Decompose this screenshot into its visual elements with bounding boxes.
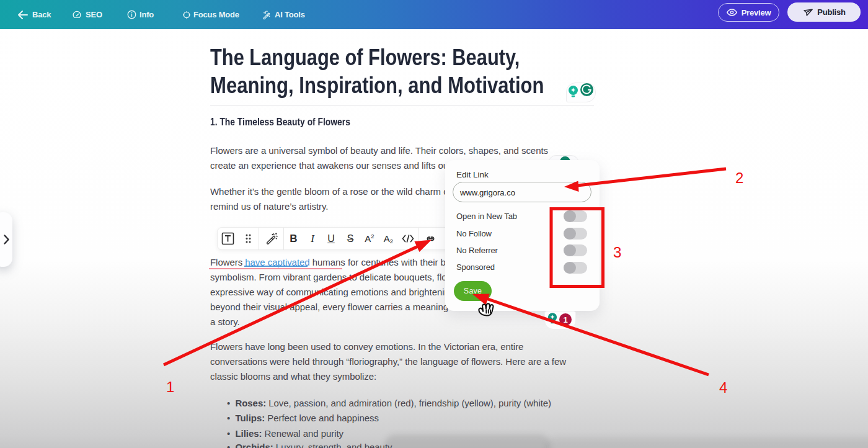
svg-text:3: 3 xyxy=(613,244,621,261)
svg-text:1: 1 xyxy=(166,379,174,395)
svg-text:4: 4 xyxy=(719,379,727,396)
svg-text:2: 2 xyxy=(735,169,743,186)
